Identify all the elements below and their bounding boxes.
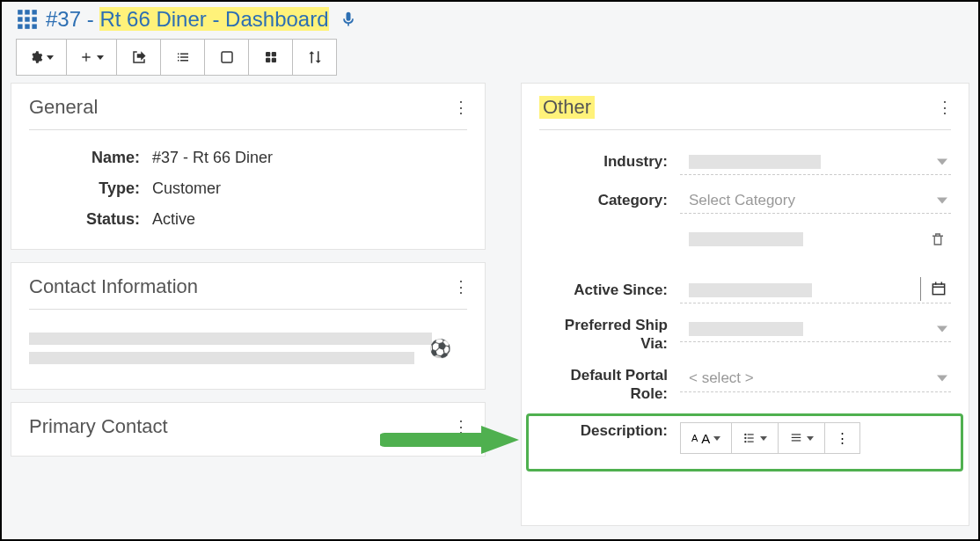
panel-title-general: General [29,96,98,119]
grid-view-button[interactable] [249,39,293,76]
chevron-down-icon [937,158,947,164]
svg-rect-1 [25,10,29,14]
settings-dropdown-button[interactable] [16,39,67,76]
chevron-down-icon [937,325,947,332]
svg-rect-13 [271,58,275,62]
label-name: Name: [29,149,152,167]
panel-menu-primary[interactable]: ⋮ [453,422,467,431]
sort-button[interactable] [293,39,337,76]
svg-rect-0 [18,10,22,14]
label-status: Status: [29,210,152,229]
chevron-down-icon [937,197,947,203]
label-type: Type: [29,179,152,198]
panel-menu-other[interactable]: ⋮ [937,103,951,112]
more-format-button[interactable]: ⋮ [825,423,859,453]
svg-rect-18 [748,437,754,438]
svg-rect-12 [266,58,270,62]
svg-rect-23 [792,440,801,441]
microphone-icon[interactable] [340,9,357,30]
svg-rect-6 [18,24,22,28]
svg-point-19 [745,441,747,442]
panel-title-primary: Primary Contact [29,415,168,438]
svg-rect-3 [18,17,22,21]
panel-menu-contact[interactable]: ⋮ [453,282,467,291]
svg-point-17 [745,437,747,439]
svg-rect-8 [32,24,36,28]
apps-grid-icon[interactable] [16,8,39,31]
panel-other: Other ⋮ Industry: Category: Select Categ… [521,83,969,526]
category-select[interactable]: Select Category [680,187,951,214]
portal-role-select[interactable]: < select > [680,366,951,392]
toolbar [16,39,964,76]
label-ship-via: Preferred Ship Via: [539,316,680,354]
industry-select[interactable] [680,149,951,175]
svg-rect-7 [25,24,29,28]
label-category: Category: [539,192,680,209]
list-style-button[interactable] [732,423,779,453]
panel-title-contact: Contact Information [29,275,198,298]
panel-title-other: Other [539,96,595,119]
calendar-icon[interactable] [930,280,947,297]
portal-role-placeholder: < select > [680,369,754,387]
active-since-field[interactable] [680,277,951,303]
note-button[interactable] [205,39,249,76]
svg-rect-2 [32,10,36,14]
svg-rect-4 [25,17,29,21]
import-button[interactable] [117,39,161,76]
label-active-since: Active Since: [539,281,680,299]
value-name: #37 - Rt 66 Diner [152,149,273,167]
chevron-down-icon [937,376,947,382]
svg-rect-10 [266,52,270,56]
svg-rect-22 [792,437,801,438]
add-dropdown-button[interactable] [67,39,117,76]
trash-icon[interactable] [930,231,946,247]
panel-menu-general[interactable]: ⋮ [453,103,467,112]
category-placeholder: Select Category [680,192,795,209]
panel-primary-contact: Primary Contact ⋮ [11,402,486,457]
svg-rect-14 [932,284,944,295]
ship-via-select[interactable] [680,316,951,342]
svg-rect-5 [32,17,36,21]
page-title: #37 - Rt 66 Diner - Dashboard [46,7,329,32]
redacted-line [29,352,414,364]
align-button[interactable] [779,423,825,453]
value-status: Active [152,210,195,229]
svg-rect-11 [271,52,275,56]
svg-rect-16 [748,434,754,435]
label-portal-role: Default Portal Role: [539,366,680,404]
list-button[interactable] [161,39,205,76]
label-description: Description: [539,422,680,440]
globe-icon[interactable]: ⚽ [429,338,451,359]
svg-rect-20 [748,442,754,442]
svg-rect-21 [792,434,801,435]
category-value-field[interactable] [680,226,951,252]
record-number: #37 [46,7,81,31]
rich-text-toolbar: AA ⋮ [680,422,860,454]
panel-general: General ⋮ Name: #37 - Rt 66 Diner Type: … [11,83,486,250]
value-type: Customer [152,179,221,198]
svg-rect-9 [222,52,232,62]
label-industry: Industry: [539,153,680,171]
redacted-line [29,333,432,345]
svg-point-15 [745,434,747,435]
font-size-button[interactable]: AA [681,423,732,453]
panel-contact-info: Contact Information ⋮ ⚽ [11,262,486,390]
